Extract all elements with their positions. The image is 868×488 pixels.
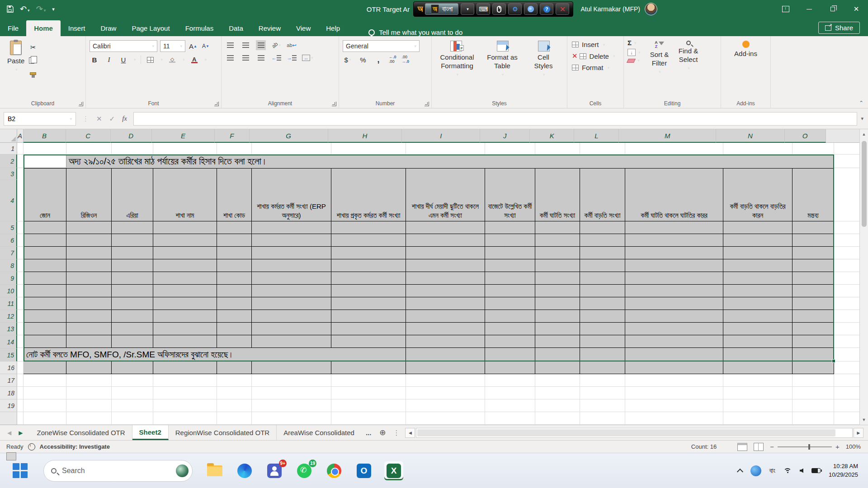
cell[interactable] — [406, 361, 485, 374]
cell[interactable] — [834, 234, 859, 247]
cell[interactable] — [153, 310, 217, 323]
cell[interactable] — [406, 247, 485, 259]
minimize-button[interactable] — [797, 0, 821, 18]
cell[interactable] — [112, 285, 153, 297]
cell[interactable] — [252, 221, 331, 234]
collapse-ribbon-icon[interactable]: ⌃ — [859, 100, 863, 106]
battery-icon[interactable] — [811, 468, 821, 473]
cell[interactable] — [112, 297, 153, 310]
cell[interactable] — [580, 323, 625, 335]
cell[interactable] — [723, 361, 793, 374]
cell[interactable] — [24, 310, 66, 323]
cell[interactable] — [66, 310, 112, 323]
cell[interactable] — [153, 143, 217, 155]
cell[interactable] — [66, 285, 112, 297]
cell[interactable] — [153, 361, 217, 374]
name-box[interactable]: B2▾ — [4, 112, 76, 126]
cell[interactable] — [217, 143, 252, 155]
row-header[interactable]: 2 — [0, 155, 17, 168]
cell[interactable] — [112, 310, 153, 323]
insert-cells-button[interactable]: Insert▾ — [572, 41, 619, 48]
column-header[interactable]: O — [785, 129, 826, 143]
cell[interactable] — [17, 234, 24, 247]
cell[interactable] — [24, 361, 66, 374]
cell[interactable] — [580, 247, 625, 259]
cell[interactable] — [331, 412, 406, 425]
new-sheet-button[interactable]: ⊕ — [376, 425, 389, 440]
active-cell-B2[interactable] — [24, 155, 66, 168]
cell[interactable] — [485, 259, 535, 272]
cell[interactable] — [406, 272, 485, 285]
row-header[interactable]: 1 — [0, 143, 17, 155]
start-button[interactable] — [13, 463, 28, 479]
align-right-button[interactable] — [256, 53, 266, 63]
cell[interactable] — [24, 221, 66, 234]
cell[interactable] — [535, 143, 580, 155]
cell[interactable] — [66, 247, 112, 259]
cell[interactable] — [24, 399, 66, 412]
cell[interactable] — [17, 143, 24, 155]
cell[interactable] — [834, 168, 859, 221]
cell-styles-button[interactable]: Cell Styles▾ — [526, 39, 561, 98]
cell[interactable] — [793, 348, 834, 361]
cell[interactable] — [217, 234, 252, 247]
cell[interactable] — [406, 221, 485, 234]
cell[interactable] — [217, 399, 252, 412]
format-painter-button[interactable] — [28, 69, 38, 79]
cell[interactable] — [24, 272, 66, 285]
header-cell[interactable]: রিজিওন — [66, 168, 112, 221]
cell[interactable] — [485, 221, 535, 234]
account-user-name[interactable]: Atul Karmakar (MFP) — [580, 5, 640, 13]
column-header[interactable]: H — [328, 129, 402, 143]
cell[interactable] — [580, 335, 625, 348]
save-icon[interactable] — [6, 5, 14, 13]
zoom-out-icon[interactable]: − — [770, 443, 774, 450]
cell[interactable] — [723, 234, 793, 247]
cell[interactable] — [217, 259, 252, 272]
row-header[interactable]: 8 — [0, 259, 17, 272]
cell[interactable] — [485, 361, 535, 374]
header-cell[interactable]: জোন — [24, 168, 66, 221]
share-button[interactable]: Share — [818, 22, 860, 34]
cell[interactable] — [535, 259, 580, 272]
wifi-icon[interactable] — [783, 468, 792, 474]
cell[interactable] — [331, 247, 406, 259]
delete-cells-button[interactable]: ✕Delete▾ — [572, 52, 619, 60]
cell[interactable] — [580, 259, 625, 272]
cell[interactable] — [625, 387, 723, 399]
center-button[interactable] — [241, 53, 250, 63]
cell[interactable] — [580, 348, 625, 361]
header-cell[interactable]: বাজেটে উল্লেখিত কর্মী সংখ্যা — [485, 168, 535, 221]
conditional-formatting-button[interactable]: ≠ Conditional Formatting▾ — [435, 39, 479, 98]
keyboard-icon[interactable]: ⌨ — [476, 3, 490, 15]
font-size-select[interactable]: 11▾ — [160, 40, 185, 52]
vertical-scrollbar[interactable]: ▲ ▼ — [859, 129, 868, 425]
cell[interactable] — [723, 143, 793, 155]
cell[interactable] — [406, 412, 485, 425]
cell[interactable] — [24, 387, 66, 399]
row-header[interactable]: 7 — [0, 247, 17, 259]
autosum-button[interactable]: Σ▾ — [627, 39, 641, 47]
cell[interactable] — [17, 272, 24, 285]
cell[interactable] — [24, 247, 66, 259]
outlook-icon[interactable]: O — [354, 461, 373, 480]
cell[interactable] — [580, 387, 625, 399]
tray-language-indicator[interactable]: বাং — [769, 467, 775, 475]
cell[interactable] — [252, 247, 331, 259]
sheet-nav-right-icon[interactable]: ▶ — [19, 430, 23, 436]
cell[interactable] — [24, 412, 66, 425]
cell[interactable] — [252, 143, 331, 155]
cell[interactable] — [535, 247, 580, 259]
merge-center-button[interactable]: ↔▾ — [302, 53, 313, 63]
cell[interactable] — [834, 221, 859, 234]
cell[interactable] — [66, 361, 112, 374]
column-header[interactable]: N — [716, 129, 784, 143]
cell[interactable] — [406, 259, 485, 272]
cell[interactable] — [406, 399, 485, 412]
cell[interactable] — [17, 348, 24, 361]
cell[interactable] — [331, 361, 406, 374]
tab-options-icon[interactable]: ⋮ — [389, 425, 403, 440]
cell[interactable] — [485, 335, 535, 348]
cell[interactable] — [723, 272, 793, 285]
tab-data[interactable]: Data — [221, 20, 251, 36]
